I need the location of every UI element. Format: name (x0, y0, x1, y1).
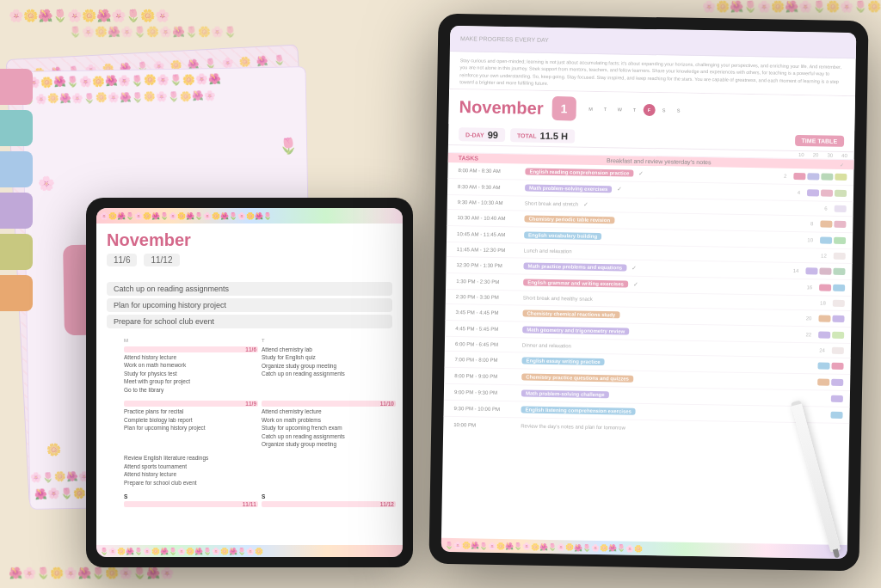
w2-task-4: Prepare for school club event (124, 480, 396, 487)
w2-task-1: Review English literature readings (124, 455, 396, 462)
task-12: Dinner and relaxation (522, 342, 571, 348)
time-16: 9:30 PM - 10:00 PM (454, 406, 518, 412)
w2-label (103, 401, 120, 448)
monday-col: 11/6 Attend history lecture Work on math… (124, 346, 258, 394)
tasks-header-label: TASKS (459, 155, 478, 161)
sun-date: 11/12 (262, 501, 396, 507)
bar-7a (805, 267, 817, 274)
t-num-40: 40 (841, 153, 847, 158)
time-3: 9:30 AM - 10:30 AM (458, 199, 521, 205)
task-item-2: Plan for upcoming history project (107, 298, 392, 312)
lnum-3: 6 (816, 205, 828, 211)
lnum-12: 24 (813, 347, 825, 352)
mon-task-4: Meet with group for project (124, 378, 258, 385)
t-num-20: 20 (813, 152, 819, 157)
thursday-col: 11/9 Practice plans for recital Complete… (124, 401, 258, 448)
time-17: 10:00 PM (453, 422, 517, 428)
total-label: TOTAL (517, 132, 537, 138)
make-progress-text: MAKE PROGRESS EVERY DAY (460, 35, 549, 43)
bars-14 (817, 378, 843, 386)
bar-1b (807, 173, 819, 180)
bars-16 (830, 412, 842, 419)
tab-pink[interactable] (0, 69, 33, 105)
fri-task-4: Catch up on reading assignments (262, 433, 396, 440)
day-T-header: T (262, 338, 396, 343)
tab-purple[interactable] (0, 193, 33, 229)
task-6: Lunch and relaxation (524, 248, 572, 254)
friday-col: 11/10 Attend chemistry lecture Work on m… (262, 401, 396, 448)
sat-date: 11/11 (124, 501, 258, 507)
bar-15a (831, 395, 843, 402)
d-day-label: D-DAY (465, 132, 484, 138)
tab-teal[interactable] (0, 110, 33, 146)
sun-label: S (262, 493, 396, 499)
schedule-list: 8:00 AM - 8:30 AM English reading compre… (441, 162, 854, 545)
bar-9a (833, 300, 845, 307)
tablet-left-screen: 🌸🌼🌺🌷🌸🌼🌺🌷🌸🌼🌺🌷🌸🌼🌺🌷🌸🌼🌺🌷 November 11/6 11/12… (96, 208, 403, 557)
task-3: Short break and stretch (525, 200, 578, 206)
floral-top-bar: 🌸🌼🌺🌷🌸🌼🌺🌷🌸🌼🌺🌷🌸🌼🌺🌷🌸🌼🌺🌷 (96, 208, 403, 224)
time-4: 10:30 AM - 10:40 AM (457, 215, 521, 221)
bar-1c (821, 173, 833, 180)
bars-4 (820, 220, 846, 228)
bar-14a (817, 378, 829, 385)
time-table-badge: TIME TABLE (795, 134, 845, 146)
tag-10: Chemistry chemical reactions study (522, 309, 619, 318)
bar-2b (821, 189, 833, 196)
sun-col: S 11/12 (262, 493, 396, 507)
tag-16: English listening comprehension exercise… (521, 406, 636, 414)
time-15: 9:00 PM - 9:30 PM (454, 389, 518, 395)
w2-tasks-col: Review English literature readings Atten… (124, 455, 396, 487)
time-9: 2:30 PM - 3:30 PM (456, 294, 520, 300)
time-8: 1:30 PM - 2:30 PM (456, 279, 520, 285)
bar-14b (831, 379, 843, 386)
mon-task-1: Attend history lecture (124, 354, 258, 361)
bars-10 (818, 315, 844, 322)
mon-task-5: Go to the library (124, 387, 258, 394)
calendar-dates: 11/6 11/12 (107, 254, 392, 266)
day-S1: S (657, 104, 669, 116)
thursday-date: 11/9 (124, 401, 258, 407)
w4-label (103, 493, 120, 507)
day-M-header: M (124, 338, 258, 343)
tag-14: Chemistry practice questions and quizzes (521, 373, 633, 382)
tab-blue[interactable] (0, 151, 33, 187)
bars-6 (834, 253, 846, 260)
bar-7c (833, 268, 845, 275)
motivational-text: Stay curious and open-minded; learning i… (459, 58, 841, 86)
w1-label (103, 346, 120, 394)
lnum-2: 4 (788, 190, 800, 195)
sat-col: S 11/11 (124, 493, 258, 507)
bars-9 (833, 300, 845, 307)
time-7: 12:30 PM - 1:30 PM (456, 262, 520, 268)
november-title: November (459, 97, 544, 119)
calendar-month: November (107, 230, 392, 250)
tag-13: English essay writing practice (522, 357, 605, 365)
d-day-box: D-DAY 99 (459, 127, 505, 142)
day-W: W (613, 103, 625, 115)
w2-task-2: Attend sports tournament (124, 463, 396, 470)
bars-8 (819, 284, 845, 291)
bars-13 (817, 362, 843, 370)
bar-13b (831, 363, 843, 370)
tag-7: Math practice problems and equations (523, 262, 626, 271)
bar-2c (835, 190, 847, 197)
lnum-4: 8 (801, 221, 813, 226)
tab-orange[interactable] (0, 275, 33, 311)
tag-15: Math problem-solving challenge (521, 389, 609, 398)
total-value: 11.5 H (540, 131, 569, 142)
bar-8a (819, 284, 831, 291)
lnum-10: 20 (799, 315, 811, 321)
bars-11 (818, 331, 844, 339)
bar-8b (833, 285, 845, 291)
floral-decoration-2: 🌷🌸🌼🌺🌸🌷🌼🌸🌺🌷🌼🌸🌷 (69, 26, 237, 38)
monday-date: 11/6 (124, 346, 258, 352)
line-num-header: ✓ (840, 162, 844, 168)
tab-olive[interactable] (0, 234, 33, 270)
tag-1: English reading comprehension practice (525, 168, 633, 176)
floral-decoration-bottom: 🌺🌸🌷🌼🌸🌺🌷🌼🌸🌷🌺🌸 (9, 567, 174, 579)
tue-task-3: Organize study group meeting (262, 363, 396, 370)
weekend-row: S 11/11 S 11/12 (103, 493, 396, 507)
day-T2: T (628, 104, 640, 116)
tag-8: English grammar and writing exercises (523, 279, 628, 287)
